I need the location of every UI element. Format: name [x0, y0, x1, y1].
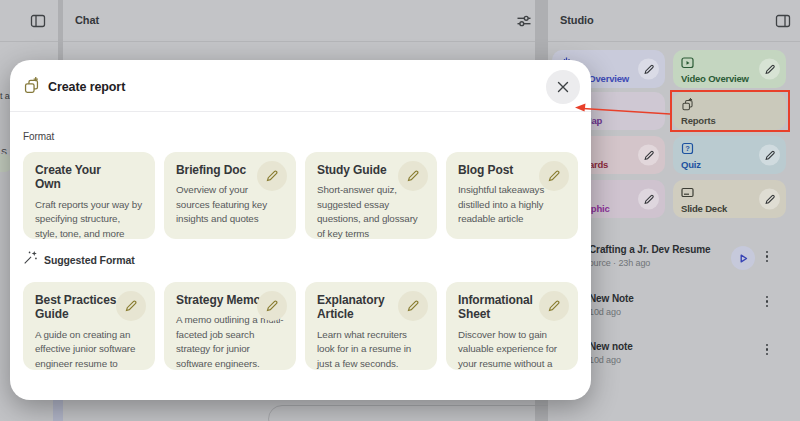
edit-pencil-button[interactable]: [398, 161, 428, 191]
card-description: A memo outlining a multi-faceted job sea…: [176, 313, 284, 370]
sources-panel-header: [0, 0, 58, 42]
studio-card-quiz[interactable]: ? Quiz: [673, 136, 786, 174]
more-options-icon[interactable]: [765, 296, 769, 307]
card-description: Short-answer quiz, suggested essay quest…: [317, 183, 425, 239]
list-item-meta: 10d ago: [589, 307, 779, 317]
slide-deck-icon: [681, 185, 694, 198]
background-fragment: [53, 399, 63, 421]
play-button[interactable]: [731, 246, 755, 270]
dialog-header: Create report: [10, 60, 591, 112]
suggested-card-strategy-memo[interactable]: Strategy Memo A memo outlining a multi-f…: [164, 282, 296, 370]
suggested-card-row: Best Practices Guide A guide on creating…: [23, 282, 578, 370]
format-card-briefing-doc[interactable]: Briefing Doc Overview of your sources fe…: [164, 152, 296, 239]
suggested-card-informational-sheet[interactable]: Informational Sheet Discover how to gain…: [446, 282, 578, 370]
format-card-blog-post[interactable]: Blog Post Insightful takeaways distilled…: [446, 152, 578, 239]
list-item-title: New note: [589, 341, 779, 352]
format-card-create-your-own[interactable]: Create Your Own Craft reports your way b…: [23, 152, 155, 239]
edit-pencil-icon[interactable]: [638, 145, 659, 166]
edit-pencil-button[interactable]: [257, 161, 287, 191]
quiz-icon: ?: [681, 141, 694, 154]
studio-panel-header: Studio: [548, 0, 800, 42]
edit-pencil-icon[interactable]: [638, 189, 659, 210]
create-report-dialog: Create report Format Create Your Own Cra…: [10, 60, 591, 400]
format-card-study-guide[interactable]: Study Guide Short-answer quiz, suggested…: [305, 152, 437, 239]
create-report-icon: [23, 77, 40, 98]
card-description: A guide on creating an effective junior …: [35, 328, 143, 370]
suggested-format-section-label: Suggested Format: [23, 250, 135, 269]
edit-pencil-icon[interactable]: [638, 59, 659, 80]
studio-list-item[interactable]: New note 10d ago: [589, 341, 779, 365]
suggested-card-best-practices-guide[interactable]: Best Practices Guide A guide on creating…: [23, 282, 155, 370]
dialog-title: Create report: [48, 80, 125, 94]
edit-pencil-button[interactable]: [257, 291, 287, 321]
card-description: Discover how to gain valuable experience…: [458, 328, 566, 370]
studio-list-item[interactable]: New Note 10d ago: [589, 293, 779, 317]
close-button[interactable]: [546, 70, 580, 104]
format-card-row: Create Your Own Craft reports your way b…: [23, 152, 578, 239]
edit-pencil-button[interactable]: [539, 161, 569, 191]
play-icon: [738, 253, 749, 264]
card-description: Learn what recruiters look for in a resu…: [317, 328, 425, 370]
collapse-panel-icon[interactable]: [30, 13, 46, 29]
format-section-label: Format: [23, 131, 54, 142]
edit-pencil-button[interactable]: [116, 291, 146, 321]
collapse-panel-icon[interactable]: [775, 13, 791, 29]
edit-pencil-icon[interactable]: [759, 59, 780, 80]
tune-settings-icon[interactable]: [516, 13, 532, 29]
card-description: Craft reports your way by specifying str…: [35, 198, 143, 239]
more-options-icon[interactable]: [765, 344, 769, 355]
magic-wand-icon: [23, 250, 38, 269]
reports-icon: [681, 97, 694, 110]
studio-card-label: Reports: [681, 115, 778, 126]
studio-card-slide-deck[interactable]: Slide Deck: [673, 180, 786, 218]
chat-panel-title: Chat: [75, 14, 99, 26]
edit-pencil-icon[interactable]: [759, 189, 780, 210]
list-item-title: New Note: [589, 293, 779, 304]
studio-panel-title: Studio: [560, 14, 594, 26]
list-item-meta: 10d ago: [589, 355, 779, 365]
card-title: Create Your Own: [35, 163, 143, 192]
suggested-card-explanatory-article[interactable]: Explanatory Article Learn what recruiter…: [305, 282, 437, 370]
edit-pencil-button[interactable]: [539, 291, 569, 321]
studio-card-reports[interactable]: Reports: [673, 92, 786, 130]
more-options-icon[interactable]: [765, 251, 769, 262]
video-overview-icon: [681, 55, 694, 68]
edit-pencil-button[interactable]: [398, 291, 428, 321]
studio-card-video-overview[interactable]: Video Overview: [673, 50, 786, 88]
chat-panel-header: Chat: [63, 0, 535, 42]
svg-text:?: ?: [685, 144, 690, 153]
source-text-fragment: t a: [0, 91, 10, 101]
edit-pencil-icon[interactable]: [759, 145, 780, 166]
close-icon: [557, 81, 569, 93]
